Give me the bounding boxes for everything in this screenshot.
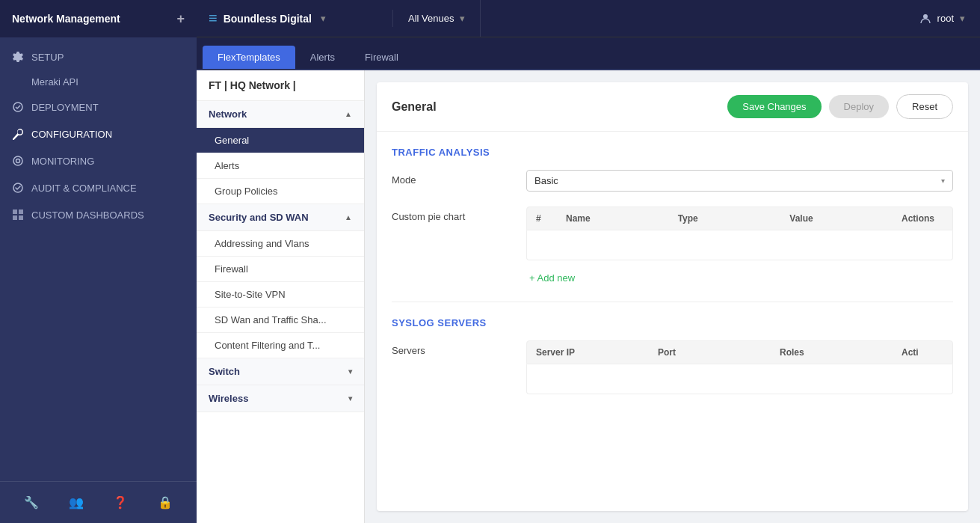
monitoring-icon <box>12 155 24 167</box>
topbar-brand: ≡ Boundless Digital ▾ <box>197 10 393 27</box>
col-type: Type <box>669 207 781 230</box>
template-name: FT | HQ Network | <box>197 70 364 101</box>
sidebar-item-custom-dashboards-label: CUSTOM DASHBOARDS <box>31 209 144 221</box>
custom-pie-chart-label: Custom pie chart <box>392 207 511 222</box>
venue-name: All Venues <box>408 13 454 24</box>
sidebar-nav: SETUP Meraki API DEPLOYMENT CONFIGURATIO… <box>0 37 197 481</box>
mode-control: Basic ▾ <box>526 170 953 192</box>
username: root <box>937 13 954 24</box>
servers-row: Servers Server IP Port Roles <box>392 340 953 394</box>
audit-icon <box>12 182 24 194</box>
servers-label: Servers <box>392 340 511 356</box>
section-header-wireless[interactable]: Wireless ▾ <box>197 385 364 412</box>
section-security-label: Security and SD WAN <box>209 212 309 223</box>
wireless-section-caret-icon: ▾ <box>348 394 352 403</box>
mode-select[interactable]: Basic ▾ <box>526 170 953 192</box>
sidebar-header: Network Management + <box>0 0 197 37</box>
users-footer-icon[interactable]: 👥 <box>64 491 88 514</box>
section-item-firewall[interactable]: Firewall <box>197 257 364 282</box>
section-item-site-to-site-vpn[interactable]: Site-to-Site VPN <box>197 282 364 308</box>
section-header-switch[interactable]: Switch ▾ <box>197 358 364 385</box>
pie-chart-table-body <box>526 230 953 260</box>
col-actions: Actions <box>893 207 952 230</box>
tab-alerts[interactable]: Alerts <box>295 46 350 69</box>
sidebar-item-custom-dashboards[interactable]: CUSTOM DASHBOARDS <box>0 201 197 228</box>
tab-firewall[interactable]: Firewall <box>350 46 413 69</box>
sidebar-item-deployment[interactable]: DEPLOYMENT <box>0 94 197 120</box>
col-value: Value <box>780 207 893 230</box>
section-item-alerts[interactable]: Alerts <box>197 153 364 179</box>
mode-label: Mode <box>392 170 511 186</box>
mode-row: Mode Basic ▾ <box>392 170 953 192</box>
deployment-icon <box>12 101 24 113</box>
gear-icon <box>12 51 24 63</box>
topbar-user: root ▾ <box>905 13 980 25</box>
brand-name: Boundless Digital <box>224 13 312 25</box>
sidebar-item-monitoring[interactable]: MONITORING <box>0 147 197 174</box>
tabbar: FlexTemplates Alerts Firewall <box>197 37 980 70</box>
content-area: FT | HQ Network | Network ▲ General Aler… <box>197 70 980 523</box>
save-changes-button[interactable]: Save Changes <box>727 95 821 118</box>
sidebar-item-meraki-api[interactable]: Meraki API <box>0 70 197 94</box>
sidebar-title: Network Management <box>12 13 120 25</box>
section-item-group-policies[interactable]: Group Policies <box>197 179 364 204</box>
section-wireless-label: Wireless <box>209 393 248 404</box>
topbar: ≡ Boundless Digital ▾ All Venues ▾ root … <box>197 0 980 37</box>
dashboard-icon <box>12 209 24 221</box>
reset-button[interactable]: Reset <box>896 94 953 119</box>
syslog-table-body <box>526 364 953 394</box>
sidebar-item-monitoring-label: MONITORING <box>31 156 94 167</box>
user-caret-icon[interactable]: ▾ <box>960 13 965 24</box>
deploy-button[interactable]: Deploy <box>829 95 889 118</box>
sidebar: Network Management + SETUP Meraki API DE… <box>0 0 197 523</box>
traffic-analysis-title: TRAFFIC ANALYSIS <box>392 147 953 158</box>
svg-point-2 <box>16 159 20 163</box>
sidebar-item-setup-label: SETUP <box>31 52 64 63</box>
syslog-servers-title: SYSLOG SERVERS <box>392 317 953 328</box>
section-item-general[interactable]: General <box>197 128 364 153</box>
section-item-content-filtering[interactable]: Content Filtering and T... <box>197 333 364 358</box>
custom-pie-chart-control: # Name Type Value <box>526 207 953 287</box>
col-hash: # <box>527 207 557 230</box>
main-content: ≡ Boundless Digital ▾ All Venues ▾ root … <box>197 0 980 523</box>
lock-footer-icon[interactable]: 🔒 <box>153 491 177 514</box>
section-divider <box>392 302 953 302</box>
sidebar-add-button[interactable]: + <box>176 11 185 27</box>
add-new-button[interactable]: + Add new <box>526 269 578 287</box>
panel-actions: Save Changes Deploy Reset <box>727 94 953 119</box>
sidebar-item-configuration[interactable]: CONFIGURATION <box>0 120 197 147</box>
right-panel: General Save Changes Deploy Reset TRAFFI… <box>377 82 968 511</box>
wrench-icon <box>12 128 24 140</box>
security-section-caret-icon: ▲ <box>345 213 352 221</box>
section-header-security[interactable]: Security and SD WAN ▲ <box>197 204 364 231</box>
section-item-addressing-vlans[interactable]: Addressing and Vlans <box>197 231 364 257</box>
sidebar-item-audit-compliance[interactable]: AUDIT & COMPLIANCE <box>0 174 197 201</box>
brand-caret-icon[interactable]: ▾ <box>321 13 326 24</box>
panel-title: General <box>392 100 437 114</box>
section-switch-label: Switch <box>209 366 240 377</box>
switch-section-caret-icon: ▾ <box>348 367 352 376</box>
col-roles: Roles <box>771 341 893 364</box>
svg-point-1 <box>13 156 22 165</box>
sidebar-item-deployment-label: DEPLOYMENT <box>31 102 99 113</box>
section-item-sd-wan-traffic[interactable]: SD Wan and Traffic Sha... <box>197 308 364 333</box>
sidebar-item-setup[interactable]: SETUP <box>0 43 197 70</box>
col-server-ip: Server IP <box>527 341 649 364</box>
section-header-network[interactable]: Network ▲ <box>197 101 364 128</box>
section-network-label: Network <box>209 108 247 120</box>
tab-flextemplates[interactable]: FlexTemplates <box>203 46 295 69</box>
topbar-venue[interactable]: All Venues ▾ <box>393 0 481 37</box>
left-panel: FT | HQ Network | Network ▲ General Aler… <box>197 70 365 523</box>
col-acti: Acti <box>893 341 952 364</box>
custom-pie-chart-row: Custom pie chart # Name Type <box>392 207 953 287</box>
sidebar-item-configuration-label: CONFIGURATION <box>31 129 112 140</box>
syslog-table-header: Server IP Port Roles Acti <box>526 340 953 364</box>
help-footer-icon[interactable]: ❓ <box>108 491 132 514</box>
panel-header: General Save Changes Deploy Reset <box>377 82 968 132</box>
network-section-caret-icon: ▲ <box>345 110 352 118</box>
settings-footer-icon[interactable]: 🔧 <box>19 491 43 514</box>
mode-select-caret-icon: ▾ <box>941 177 945 185</box>
traffic-analysis-section: TRAFFIC ANALYSIS Mode Basic ▾ Custom pie… <box>377 132 968 424</box>
user-icon <box>919 13 931 25</box>
sidebar-item-audit-compliance-label: AUDIT & COMPLIANCE <box>31 183 137 194</box>
